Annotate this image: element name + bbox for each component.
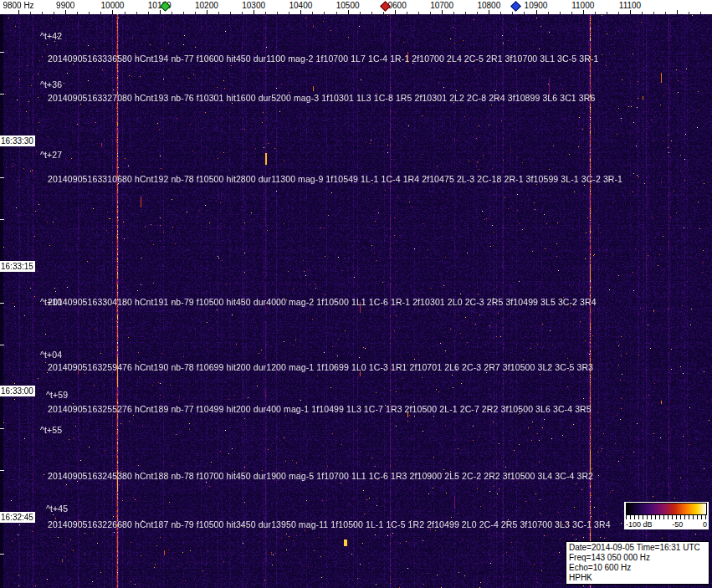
freq-minor-tick (230, 12, 231, 14)
freq-minor-tick (324, 12, 325, 14)
freq-major-tick (348, 10, 349, 14)
freq-major-tick (207, 10, 207, 14)
detection-line: 20140905163310680 hCnt192 nb-78 f10500 h… (48, 175, 622, 184)
echo-time-marker: ^t+55 (40, 426, 62, 435)
freq-major-tick (112, 10, 113, 14)
freq-minor-tick (689, 12, 689, 14)
freq-minor-tick (700, 12, 701, 14)
time-tick (0, 219, 4, 220)
time-tick (0, 345, 4, 345)
freq-major-tick (536, 10, 537, 14)
time-tick (0, 470, 4, 471)
freq-label: 10700 (430, 1, 453, 10)
freq-minor-tick (289, 12, 289, 14)
freq-major-tick (160, 10, 161, 14)
freq-minor-tick (195, 12, 196, 14)
time-axis-label: 16:33:30 (0, 135, 35, 146)
time-tick (0, 428, 4, 429)
freq-minor-tick (571, 12, 572, 14)
status-info-box: Date=2014-09-05 Time=16:31 UTC Freq=143 … (566, 541, 709, 585)
freq-major-tick (630, 10, 631, 14)
freq-minor-tick (418, 12, 419, 14)
time-tick (0, 177, 4, 178)
detection-line: 20140905163304180 hCnt191 nb-79 f10500 h… (48, 298, 597, 307)
freq-minor-tick (148, 12, 149, 14)
time-tick (0, 554, 4, 555)
legend-min-label: -100 dB (626, 520, 653, 529)
legend-mid-label: -50 (672, 520, 683, 529)
freq-minor-tick (595, 12, 596, 14)
freq-minor-tick (665, 12, 666, 14)
freq-major-tick (489, 10, 489, 14)
marker-blue-diamond[interactable] (510, 1, 521, 12)
freq-minor-tick (383, 12, 384, 14)
freq-major-tick (583, 10, 584, 14)
freq-minor-tick (125, 12, 125, 14)
freq-minor-tick (524, 12, 525, 14)
freq-label: 10200 (195, 1, 218, 10)
freq-major-tick (65, 10, 66, 14)
time-tick (0, 52, 4, 53)
time-tick (0, 94, 4, 95)
freq-minor-tick (607, 12, 607, 14)
time-axis-label: 16:32:45 (0, 512, 35, 523)
color-scale-legend: -100 dB -50 0 (624, 502, 709, 529)
freq-major-tick (18, 10, 19, 14)
detection-line: 20140905163226680 hCnt187 nb-79 f10500 h… (48, 520, 611, 529)
freq-minor-tick (430, 12, 431, 14)
info-station: HPHK (569, 573, 706, 583)
freq-major-tick (254, 10, 254, 14)
freq-minor-tick (560, 12, 561, 14)
freq-major-tick (442, 10, 443, 14)
freq-label: 11100 (619, 1, 641, 10)
freq-minor-tick (30, 12, 31, 14)
freq-minor-tick (548, 12, 549, 14)
freq-minor-tick (465, 12, 466, 14)
freq-minor-tick (265, 12, 266, 14)
detection-line: 20140905163336580 hCnt194 nb-77 f10600 h… (48, 54, 598, 64)
info-echo: Echo=10 600 Hz (569, 563, 706, 573)
time-tick (0, 303, 4, 304)
freq-minor-tick (453, 12, 454, 14)
freq-label: 10000 (101, 1, 125, 10)
freq-minor-tick (136, 12, 137, 14)
time-axis-label: 16:33:00 (0, 386, 35, 396)
freq-label: 9800 Hz (3, 1, 33, 10)
detection-line: 20140905163259476 hCnt190 nb-78 f10699 h… (48, 363, 593, 372)
freq-label: 9900 (56, 1, 74, 10)
frequency-ruler: 9800 Hz990010000101001020010300104001050… (0, 0, 712, 14)
freq-label: 10800 (477, 1, 500, 10)
legend-max-label: 0 (703, 520, 707, 529)
freq-label: 10500 (336, 1, 360, 10)
detection-line: 20140905163255276 hCnt189 nb-77 f10499 h… (48, 405, 592, 414)
freq-label: 11000 (571, 1, 594, 10)
freq-minor-tick (172, 12, 172, 14)
freq-minor-tick (218, 12, 219, 14)
freq-minor-tick (336, 12, 337, 14)
freq-minor-tick (100, 12, 101, 14)
freq-minor-tick (242, 12, 243, 14)
spectrogram-app-window: 9800 Hz990010000101001020010300104001050… (0, 0, 712, 588)
freq-label: 10300 (242, 1, 265, 10)
freq-minor-tick (77, 12, 78, 14)
freq-minor-tick (89, 12, 90, 14)
freq-minor-tick (500, 12, 501, 14)
echo-time-marker: ^t+04 (40, 350, 62, 360)
echo-time-marker: ^t+59 (46, 391, 68, 400)
freq-minor-tick (512, 12, 513, 14)
freq-minor-tick (642, 12, 643, 14)
color-gradient-bar (626, 503, 707, 515)
echo-time-marker: ^t+45 (46, 504, 68, 514)
freq-minor-tick (360, 12, 361, 14)
freq-minor-tick (54, 12, 54, 14)
echo-time-marker: ^t+36 (40, 80, 62, 89)
freq-minor-tick (42, 12, 43, 14)
echo-time-marker: ^t+42 (40, 32, 62, 41)
freq-minor-tick (183, 12, 184, 14)
freq-minor-tick (371, 12, 372, 14)
freq-major-tick (395, 10, 396, 14)
freq-minor-tick (618, 12, 619, 14)
detection-line: 20140905163327080 hCnt193 nb-76 f10301 h… (48, 94, 595, 103)
freq-minor-tick (312, 12, 313, 14)
freq-label: 10900 (525, 1, 548, 10)
